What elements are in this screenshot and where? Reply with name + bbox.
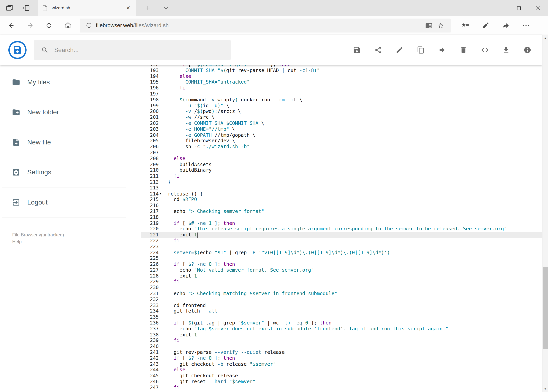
code-line[interactable]: 245 git checkout release bbox=[141, 373, 542, 379]
sidebar-item-settings[interactable]: Settings bbox=[0, 157, 140, 187]
code-line[interactable]: 236 if [ $(git tag | grep "$semver" | wc… bbox=[141, 320, 542, 326]
code-line[interactable]: 198 $(command -v winpty) docker run --rm… bbox=[141, 97, 542, 103]
code-line[interactable]: 215 cd $REPO bbox=[141, 197, 542, 203]
code-line[interactable]: 213 bbox=[141, 185, 542, 191]
code-line[interactable]: 237 echo "Tag $semver does not exist in … bbox=[141, 326, 542, 332]
code-line[interactable]: 246 git reset --hard "$semver" bbox=[141, 379, 542, 385]
code-line[interactable]: 197 bbox=[141, 91, 542, 97]
code-line[interactable]: 242 if [ $? -ne 0 ]; then bbox=[141, 355, 542, 361]
set-tabs-aside-icon[interactable] bbox=[22, 4, 31, 13]
web-note-icon[interactable] bbox=[479, 19, 492, 32]
window-close-button[interactable] bbox=[528, 0, 548, 16]
new-tab-icon[interactable] bbox=[143, 4, 152, 13]
code-line[interactable]: 216 bbox=[141, 203, 542, 208]
code-line[interactable]: 238 exit 1 bbox=[141, 332, 542, 338]
code-line[interactable]: 219 if [ $# -ne 1 ]; then bbox=[141, 220, 542, 226]
delete-icon[interactable] bbox=[459, 46, 468, 54]
search-box[interactable] bbox=[34, 40, 231, 60]
code-line[interactable]: 195 COMMIT_SHA="untracked" bbox=[141, 79, 542, 85]
filebrowser-logo[interactable] bbox=[8, 41, 27, 59]
back-icon[interactable] bbox=[4, 18, 19, 33]
scroll-down-icon[interactable]: ▼ bbox=[542, 386, 548, 392]
search-input[interactable] bbox=[54, 46, 224, 54]
code-line[interactable]: 233 cd frontend bbox=[141, 302, 542, 308]
code-line[interactable]: 217 echo "> Checking semver format" bbox=[141, 208, 542, 214]
code-line[interactable]: 207 bbox=[141, 150, 542, 156]
tab-close-icon[interactable]: ✕ bbox=[125, 4, 132, 12]
tab-wizard-sh[interactable]: wizard.sh ✕ bbox=[38, 0, 136, 16]
code-line[interactable]: 192 if [ "$(command -v git)" != "" ]; th… bbox=[141, 65, 542, 67]
hub-icon[interactable] bbox=[458, 19, 472, 32]
code-line[interactable]: 230 bbox=[141, 285, 542, 291]
download-icon[interactable] bbox=[502, 46, 510, 54]
code-line[interactable]: 239 fi bbox=[141, 338, 542, 343]
code-line[interactable]: 193 COMMIT_SHA="$(git rev-parse HEAD | c… bbox=[141, 67, 542, 73]
sidebar-item-my-files[interactable]: My files bbox=[0, 67, 140, 97]
copy-icon[interactable] bbox=[417, 46, 425, 54]
code-line[interactable]: 241 git rev-parse --verify --quiet relea… bbox=[141, 349, 542, 355]
code-line[interactable]: 234 git fetch --all bbox=[141, 308, 542, 314]
code-line[interactable]: 209 buildAssets bbox=[141, 161, 542, 167]
tab-list-chevron-icon[interactable] bbox=[161, 4, 170, 13]
share-icon[interactable] bbox=[374, 46, 382, 54]
reading-view-icon[interactable] bbox=[423, 19, 435, 31]
code-line[interactable]: 203 -e HOME="//tmp" \ bbox=[141, 126, 542, 132]
code-line[interactable]: 220 echo "This release script requires a… bbox=[141, 226, 542, 232]
code-line[interactable]: 221 exit 1 bbox=[141, 232, 542, 238]
info-icon[interactable] bbox=[523, 46, 532, 54]
code-line[interactable]: 194 else bbox=[141, 73, 542, 79]
code-line[interactable]: 218 bbox=[141, 214, 542, 220]
edit-icon[interactable] bbox=[395, 46, 404, 54]
home-icon[interactable] bbox=[60, 18, 76, 33]
more-icon[interactable] bbox=[520, 19, 533, 32]
save-icon[interactable] bbox=[353, 46, 361, 54]
code-line[interactable]: 231 echo "> Checking matching $semver in… bbox=[141, 291, 542, 296]
sidebar-item-new-folder[interactable]: New folder bbox=[0, 97, 140, 127]
page-info-icon[interactable] bbox=[84, 22, 94, 28]
code-line[interactable]: 201 -w //src \ bbox=[141, 114, 542, 120]
code-line[interactable]: 235 bbox=[141, 314, 542, 320]
window-minimize-button[interactable] bbox=[489, 0, 509, 16]
url-field[interactable]: filebrowser.web/files/wizard.sh bbox=[80, 18, 451, 32]
scroll-up-icon[interactable]: ▲ bbox=[542, 35, 548, 41]
raw-code-icon[interactable] bbox=[480, 46, 489, 54]
code-line[interactable]: 228 exit 1 bbox=[141, 273, 542, 279]
code-line[interactable]: 243 git checkout -b release "$semver" bbox=[141, 361, 542, 367]
code-line[interactable]: 199 -u "$(id -u)" \ bbox=[141, 103, 542, 108]
scrollbar-thumb[interactable] bbox=[543, 267, 548, 349]
code-line[interactable]: 204 -e GOPATH=//tmp/gopath \ bbox=[141, 132, 542, 138]
code-line[interactable]: 212} bbox=[141, 179, 542, 185]
window-maximize-button[interactable] bbox=[509, 0, 528, 16]
code-line[interactable]: 227 echo "Not valid semver format. See s… bbox=[141, 267, 542, 273]
tab-preview-icon[interactable] bbox=[5, 4, 14, 13]
forward-icon[interactable] bbox=[22, 18, 38, 33]
sidebar-item-logout[interactable]: Logout bbox=[0, 188, 140, 217]
code-line[interactable]: 210 buildBinary bbox=[141, 167, 542, 173]
refresh-icon[interactable] bbox=[41, 18, 57, 33]
code-line[interactable]: 223 bbox=[141, 244, 542, 250]
code-line[interactable]: 211 fi bbox=[141, 173, 542, 179]
code-line[interactable]: 214▾release () { bbox=[141, 191, 542, 197]
code-line[interactable]: 205 filebrowser/dev \ bbox=[141, 138, 542, 144]
code-line[interactable]: 240 bbox=[141, 343, 542, 349]
code-line[interactable]: 232 bbox=[141, 296, 542, 302]
code-line[interactable]: 222 fi bbox=[141, 238, 542, 244]
code-line[interactable]: 196 fi bbox=[141, 85, 542, 91]
sidebar-item-new-file[interactable]: New file bbox=[0, 127, 140, 157]
code-line[interactable]: 206 sh -c "./wizard.sh -b" bbox=[141, 144, 542, 150]
move-icon[interactable] bbox=[438, 46, 446, 54]
code-line[interactable]: 224 semver=$(echo "$1" | grep -P '^v(0|[… bbox=[141, 250, 542, 255]
code-line[interactable]: 200 -v /$(pwd):/src:z \ bbox=[141, 108, 542, 114]
code-line[interactable]: 244 else bbox=[141, 367, 542, 373]
share-icon[interactable] bbox=[499, 19, 512, 32]
code-line[interactable]: 247 fi bbox=[141, 385, 542, 391]
code-line[interactable]: 225 bbox=[141, 255, 542, 261]
code-line[interactable]: 208 else bbox=[141, 156, 542, 161]
favorite-star-icon[interactable] bbox=[435, 19, 447, 31]
page-scrollbar[interactable]: ▲ ▼ bbox=[542, 35, 548, 392]
fold-marker-icon[interactable]: ▾ bbox=[159, 191, 162, 197]
help-link[interactable]: Help bbox=[12, 238, 140, 245]
code-line[interactable]: 229 fi bbox=[141, 279, 542, 285]
code-editor[interactable]: 192 if [ "$(command -v git)" != "" ]; th… bbox=[141, 65, 542, 392]
code-line[interactable]: 226 if [ $? -ne 0 ]; then bbox=[141, 261, 542, 267]
